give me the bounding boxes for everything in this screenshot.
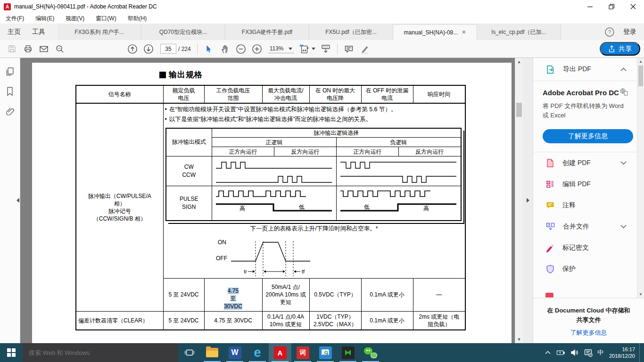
battery-icon[interactable]	[556, 348, 566, 357]
windows-taskbar: W e A 词 中	[0, 343, 644, 362]
positive-logic-header: 正逻辑	[212, 138, 337, 147]
hand-tool-icon[interactable]	[217, 42, 233, 56]
attachments-icon[interactable]	[5, 106, 15, 116]
search-icon[interactable]	[52, 42, 68, 56]
ime-indicator[interactable]: 中	[597, 348, 603, 357]
taskbar-search[interactable]	[23, 343, 178, 362]
next-page-icon[interactable]	[140, 42, 157, 56]
tool-create-pdf[interactable]: 创建 PDF	[533, 152, 637, 173]
print-icon[interactable]	[20, 42, 36, 56]
header-signal-name: 信号名称	[76, 85, 163, 103]
taskbar-edge[interactable]: e	[246, 343, 269, 362]
cw-negative-waveform	[337, 156, 461, 186]
clear-leakage: 0.1mA 或更小	[361, 311, 413, 330]
menu-edit[interactable]: 编辑(E)	[35, 15, 54, 23]
notification-icon[interactable]	[584, 348, 593, 357]
email-icon[interactable]	[36, 42, 52, 56]
zoom-level-combo[interactable]: 113%	[268, 44, 294, 53]
zoom-out-icon[interactable]	[233, 42, 249, 56]
tool-combine-files[interactable]: 合并文件	[533, 216, 637, 237]
doc-tab-3[interactable]: FX3GA硬件手册.pdf	[225, 24, 309, 40]
tab-tools[interactable]: 工具	[26, 24, 51, 40]
taskbar-acrobat-active[interactable]: A	[269, 343, 291, 362]
footer-learn-more-link[interactable]: 了解更多信息	[570, 329, 607, 337]
redact-icon	[545, 243, 555, 253]
wechat-icon	[364, 346, 377, 359]
minimize-button[interactable]	[579, 0, 601, 13]
tool-comment[interactable]: 注释	[533, 195, 637, 216]
tab-home[interactable]: 主页	[2, 24, 26, 40]
taskbar-red-app[interactable]: 词	[291, 343, 314, 362]
menu-window[interactable]: 窗口(W)	[96, 15, 116, 23]
learn-more-button[interactable]: 了解更多信息	[543, 129, 633, 143]
search-input[interactable]	[23, 349, 178, 356]
pulse-voltage-range: 4.75 至 30VDC	[204, 279, 262, 312]
scroll-down-icon[interactable]: ▼	[515, 336, 523, 343]
scrollbar-thumb[interactable]	[638, 66, 643, 86]
comment-icon	[545, 201, 555, 210]
doc-tab-6[interactable]: ls_elc_cp.pdf（已加...	[477, 24, 561, 40]
taskbar-word[interactable]: W	[223, 343, 246, 362]
taskbar-green-app[interactable]	[337, 343, 359, 362]
previous-page-icon[interactable]	[124, 42, 140, 56]
page-thumbnails-icon[interactable]	[5, 66, 15, 77]
tool-redact[interactable]: 标记密文	[533, 237, 637, 258]
doc-tab-2[interactable]: QD70型定位模块...	[141, 24, 225, 40]
scroll-up-icon[interactable]: ▲	[637, 58, 644, 65]
share-button[interactable]: 共享	[600, 42, 640, 56]
taskbar-wechat[interactable]	[359, 343, 382, 362]
logic-select-header: 脉冲输出逻辑选择	[212, 128, 461, 138]
page-number-input[interactable]: 35	[160, 44, 176, 54]
forward-header: 正方向运行	[212, 147, 274, 156]
taskbar-file-explorer[interactable]	[201, 343, 223, 362]
show-desktop-button[interactable]	[639, 343, 641, 362]
document-area[interactable]: 输出规格 信号名称 额定负载 电压 工作负载电压 范围 最大负载电流/ 冲击电流…	[20, 58, 533, 343]
menu-help[interactable]: 帮助(H)	[128, 15, 147, 23]
collapse-panel-icon[interactable]	[17, 198, 19, 203]
pulse-output-row: 脉冲输出（CW/PULSE/A 相） 脉冲记号 （CCW/SIGN/B 相） •…	[76, 103, 465, 278]
expand-panel-icon[interactable]	[527, 198, 529, 203]
close-button[interactable]	[622, 0, 644, 13]
zoom-level-value: 113%	[270, 45, 284, 52]
scroll-up-icon[interactable]: ▲	[515, 58, 523, 66]
menu-file[interactable]: 文件(F)	[6, 15, 24, 23]
bookmarks-icon[interactable]	[5, 86, 15, 97]
fit-width-icon[interactable]	[297, 42, 318, 56]
start-button[interactable]	[0, 343, 23, 362]
restore-button[interactable]	[601, 0, 622, 13]
taskbar-clock[interactable]: 16:17 2018/12/20	[609, 346, 635, 360]
comment-icon[interactable]	[341, 42, 357, 56]
scroll-down-icon[interactable]: ▼	[637, 291, 644, 298]
pulse-logic-table-wrap: 脉冲输出模式 脉冲输出逻辑选择 正逻辑 负逻辑 正方向运行 反方向运行	[165, 128, 462, 222]
doc-tab-4[interactable]: FX5U.pdf（已加密...	[309, 24, 393, 40]
clear-voltage-drop: 1VDC（TYP） 2.5VDC（MAX）	[309, 311, 361, 330]
tool-edit-pdf[interactable]: 编辑 PDF	[533, 173, 637, 195]
cw-ccw-label: CW CCW	[166, 156, 212, 186]
task-view-button[interactable]	[178, 343, 201, 362]
tray-expand-icon[interactable]	[544, 350, 552, 355]
negative-logic-header: 负逻辑	[337, 138, 461, 147]
highlighter-icon[interactable]	[357, 42, 373, 56]
sign-in-button[interactable]: 登录	[623, 28, 636, 36]
tool-export-pdf[interactable]: 导出 PDF	[533, 58, 637, 81]
doc-tab-active[interactable]: manual_SH(NA)-08... ✕	[393, 24, 477, 40]
svg-text:低: 低	[299, 204, 305, 210]
page-display-icon[interactable]	[318, 42, 334, 56]
volume-icon[interactable]	[570, 348, 579, 357]
select-tool-icon[interactable]	[201, 42, 217, 56]
convert-online-icon	[619, 88, 628, 96]
tools-panel-grip[interactable]	[523, 58, 533, 343]
doc-tab-1[interactable]: FX3G系列 用户手...	[58, 24, 141, 40]
save-icon[interactable]	[4, 42, 20, 56]
panel-scrollbar[interactable]: ▲ ▼	[637, 58, 644, 298]
taskbar-dictionary[interactable]	[314, 343, 337, 362]
help-icon[interactable]: ?	[604, 27, 615, 37]
document-scrollbar[interactable]: ▲ ▼	[515, 58, 523, 343]
chevron-down-icon	[312, 48, 315, 50]
menu-view[interactable]: 视图(V)	[66, 15, 84, 23]
svg-text:tr: tr	[244, 269, 247, 274]
tab-close-icon[interactable]: ✕	[462, 29, 466, 35]
zoom-in-icon[interactable]	[249, 42, 265, 56]
scrollbar-thumb[interactable]	[516, 103, 522, 117]
tool-protect[interactable]: 保护	[533, 258, 637, 280]
